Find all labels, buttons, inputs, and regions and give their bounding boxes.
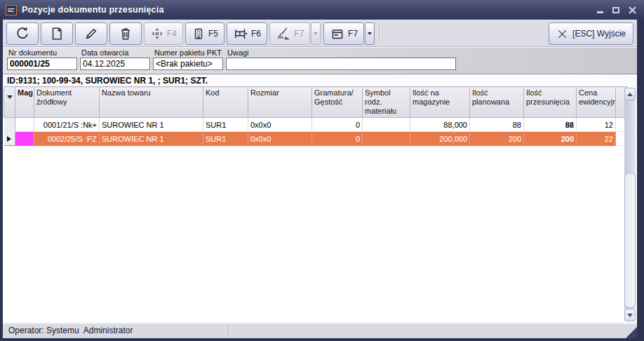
maximize-icon: [612, 7, 619, 13]
scroll-up-icon: [627, 93, 633, 96]
col-header-mag[interactable]: Mag: [15, 87, 34, 118]
nr-dokumentu-input[interactable]: [7, 58, 77, 70]
row-indicator-header[interactable]: [4, 87, 15, 118]
f4-label: F4: [167, 29, 177, 39]
exit-button[interactable]: [ESC] Wyjście: [549, 22, 633, 45]
cell-gramatura[interactable]: 0: [312, 118, 363, 132]
col-header-nazwa[interactable]: Nazwa towaru: [100, 87, 203, 118]
new-document-icon: [49, 26, 65, 41]
cell-ilosc-plan[interactable]: 88: [470, 118, 524, 132]
f5-label: F5: [208, 29, 218, 39]
col-header-ilosc-magazyn[interactable]: Ilość na magazynie: [410, 87, 470, 118]
statusbar-separator: [228, 324, 229, 337]
minimize-icon: [597, 11, 603, 13]
col-header-rozmiar[interactable]: Rozmiar: [248, 87, 312, 118]
window-controls: [595, 5, 637, 15]
cell-symbol[interactable]: [363, 118, 410, 132]
minimize-button[interactable]: [595, 5, 605, 15]
edit-item-button[interactable]: [75, 22, 107, 45]
table-row-selected[interactable]: 0002/25/S :PZ SUROWIEC NR 1 SUR1 0x0x0 0…: [4, 132, 627, 146]
delete-item-button[interactable]: [109, 22, 142, 45]
field-data-otwarcia: Data otwarcia: [80, 48, 150, 70]
app-logo-glyph: [7, 7, 15, 13]
document-fields-panel: Nr dokumentu Data otwarcia Numer pakietu…: [3, 47, 637, 74]
table-row[interactable]: 0001/21/S :Nk+ SUROWIEC NR 1 SUR1 0x0x0 …: [4, 118, 627, 132]
rack-location-f6-button[interactable]: F6: [227, 22, 267, 45]
grid-options-icon: [7, 95, 13, 99]
titlebar: Pozycje dokumentu przesunięcia: [0, 0, 644, 20]
toolbar: F4 F5 F6 F7: [3, 20, 637, 47]
window-content: F4 F5 F6 F7: [3, 20, 637, 338]
col-header-kod[interactable]: Kod: [203, 87, 248, 118]
scroll-down-button[interactable]: [624, 309, 636, 321]
col-header-ilosc-przesun[interactable]: Ilość przesunięcia: [524, 87, 577, 118]
cell-kod[interactable]: SUR1: [203, 132, 248, 146]
cell-rozmiar[interactable]: 0x0x0: [248, 118, 312, 132]
app-window: Pozycje dokumentu przesunięcia: [0, 0, 644, 341]
close-button[interactable]: [627, 5, 637, 15]
items-table: Mag Dokument źródłowy Nazwa towaru Kod R…: [4, 86, 627, 146]
cell-cena[interactable]: 22: [577, 132, 616, 146]
numer-pakietu-input[interactable]: [153, 58, 223, 70]
move-position-f4-button: F4: [144, 22, 183, 45]
package-f7-dropdown-button[interactable]: [365, 22, 375, 45]
chevron-down-icon: [368, 32, 372, 35]
f7-sweep-label: F7: [294, 29, 304, 39]
cell-cena[interactable]: 12: [577, 118, 616, 132]
cell-symbol[interactable]: [363, 132, 410, 146]
exit-x-icon: [556, 28, 568, 40]
current-row-arrow-icon: [7, 136, 11, 142]
trash-icon: [118, 26, 133, 41]
data-otwarcia-input[interactable]: [80, 58, 150, 70]
numer-pakietu-label: Numer pakietu PKT: [154, 48, 223, 58]
cell-ilosc-magazyn[interactable]: 200,000: [410, 132, 470, 146]
operator-status: Operator: Systemu Administrator: [8, 326, 133, 335]
window-title: Pozycje dokumentu przesunięcia: [22, 5, 595, 15]
move-crosshair-icon: [150, 27, 164, 41]
data-otwarcia-label: Data otwarcia: [81, 48, 150, 58]
cell-ilosc-plan[interactable]: 200: [470, 132, 524, 146]
cell-ilosc-przesun[interactable]: 200: [524, 132, 577, 146]
col-header-gramatura[interactable]: Gramatura/ Gęstość: [312, 87, 363, 118]
chevron-down-icon: [314, 32, 318, 35]
cell-gramatura[interactable]: 0: [312, 132, 363, 146]
refresh-button[interactable]: [6, 22, 39, 45]
scrollbar-thumb[interactable]: [624, 173, 636, 308]
vertical-scrollbar[interactable]: [624, 88, 636, 321]
scroll-up-button[interactable]: [624, 88, 636, 100]
building-icon: [192, 27, 206, 41]
f6-label: F6: [251, 29, 261, 39]
row-indicator[interactable]: [4, 118, 15, 132]
col-header-ilosc-plan[interactable]: Ilość planowana: [470, 87, 524, 118]
resize-grip[interactable]: [626, 327, 637, 338]
cell-dokument[interactable]: 0002/25/S :PZ: [34, 132, 100, 146]
close-icon: [628, 6, 637, 15]
table-header-row: Mag Dokument źródłowy Nazwa towaru Kod R…: [4, 87, 627, 118]
sweep-icon: [276, 26, 291, 41]
selected-item-info-line: ID:9131; 100-99-34, SUROWIEC NR 1, ; SUR…: [3, 74, 637, 86]
cell-kod[interactable]: SUR1: [203, 118, 248, 132]
clear-f7-dropdown-button: [311, 22, 321, 45]
col-header-dokument[interactable]: Dokument źródłowy: [34, 87, 100, 118]
maximize-button[interactable]: [611, 5, 621, 15]
uwagi-input[interactable]: [226, 58, 456, 70]
row-indicator-active[interactable]: [4, 132, 15, 146]
statusbar: Operator: Systemu Administrator: [3, 322, 637, 338]
cell-rozmiar[interactable]: 0x0x0: [248, 132, 312, 146]
add-item-button[interactable]: [41, 22, 73, 45]
cell-ilosc-magazyn[interactable]: 88,000: [410, 118, 470, 132]
rack-icon: [233, 26, 248, 41]
cell-nazwa[interactable]: SUROWIEC NR 1: [100, 132, 203, 146]
cell-mag[interactable]: [15, 132, 34, 146]
cell-nazwa[interactable]: SUROWIEC NR 1: [100, 118, 203, 132]
cell-mag[interactable]: [15, 118, 34, 132]
pencil-icon: [83, 26, 99, 41]
cell-dokument[interactable]: 0001/21/S :Nk+: [34, 118, 100, 132]
field-numer-pakietu: Numer pakietu PKT: [153, 48, 223, 70]
package-f7-button[interactable]: F7: [323, 22, 364, 45]
cell-ilosc-przesun[interactable]: 88: [524, 118, 577, 132]
col-header-symbol[interactable]: Symbol rodz. materiału: [363, 87, 410, 118]
clear-f7-button: F7: [269, 22, 310, 45]
col-header-cena[interactable]: Cena ewidencyjna: [577, 87, 616, 118]
warehouse-f5-button[interactable]: F5: [185, 22, 224, 45]
